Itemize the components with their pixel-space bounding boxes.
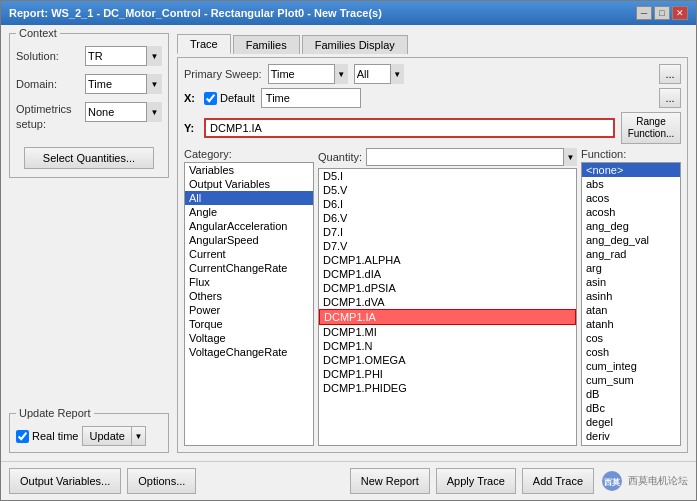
optimetrics-label: Optimetrics setup: xyxy=(16,102,81,133)
list-item[interactable]: arg xyxy=(582,261,680,275)
svg-text:西莫: 西莫 xyxy=(604,478,621,487)
x-default-checkbox-label[interactable]: Default xyxy=(204,92,255,105)
list-item[interactable]: cosh xyxy=(582,345,680,359)
function-column: Function: <none> abs acos acosh ang_deg … xyxy=(581,148,681,446)
list-item[interactable]: acos xyxy=(582,191,680,205)
list-item[interactable]: D7.I xyxy=(319,225,576,239)
list-item[interactable]: cum_sum xyxy=(582,373,680,387)
list-item[interactable]: Flux xyxy=(185,275,313,289)
new-report-button[interactable]: New Report xyxy=(350,468,430,494)
update-button[interactable]: Update xyxy=(82,426,131,446)
realtime-label: Real time xyxy=(32,430,78,442)
output-variables-button[interactable]: Output Variables... xyxy=(9,468,121,494)
list-item[interactable]: acosh xyxy=(582,205,680,219)
list-item[interactable]: ang_deg xyxy=(582,219,680,233)
category-column: Category: Variables Output Variables All… xyxy=(184,148,314,446)
quantity-filter-input[interactable] xyxy=(366,148,577,166)
list-item[interactable]: cum_integ xyxy=(582,359,680,373)
tab-families[interactable]: Families xyxy=(233,35,300,54)
category-listbox[interactable]: Variables Output Variables All Angle Ang… xyxy=(184,162,314,446)
list-item[interactable]: DCMP1.PHIDEG xyxy=(319,381,576,395)
logo-text: 西莫电机论坛 xyxy=(628,474,688,488)
list-item[interactable]: DCMP1.OMEGA xyxy=(319,353,576,367)
x-ellipsis-button[interactable]: ... xyxy=(659,88,681,108)
list-item[interactable]: deriv xyxy=(582,429,680,443)
list-item[interactable]: Current xyxy=(185,247,313,261)
list-item[interactable]: Voltage xyxy=(185,331,313,345)
function-listbox[interactable]: <none> abs acos acosh ang_deg ang_deg_va… xyxy=(581,162,681,446)
list-item[interactable]: asin xyxy=(582,275,680,289)
quantity-listbox[interactable]: D5.I D5.V D6.I D6.V D7.I D7.V DCMP1.ALPH… xyxy=(318,168,577,446)
window-body: Context Solution: TR ▼ Domain: Time xyxy=(1,25,696,461)
solution-select[interactable]: TR xyxy=(85,46,162,66)
title-bar-controls: ─ □ ✕ xyxy=(636,6,688,20)
list-item[interactable]: atanh xyxy=(582,317,680,331)
left-spacer xyxy=(9,184,169,407)
tab-families-display[interactable]: Families Display xyxy=(302,35,408,54)
tab-trace[interactable]: Trace xyxy=(177,34,231,54)
list-item[interactable]: DCMP1.N xyxy=(319,339,576,353)
list-item[interactable]: Others xyxy=(185,289,313,303)
primary-sweep-ellipsis-button[interactable]: ... xyxy=(659,64,681,84)
list-item[interactable]: AngularAcceleration xyxy=(185,219,313,233)
domain-select-wrapper: Time ▼ xyxy=(85,74,162,94)
list-item[interactable]: ang_rad xyxy=(582,247,680,261)
x-value-input[interactable] xyxy=(261,88,361,108)
list-item[interactable]: asinh xyxy=(582,289,680,303)
list-item[interactable]: D6.I xyxy=(319,197,576,211)
quantity-input-wrapper: ▼ xyxy=(366,148,577,166)
list-item[interactable]: <none> xyxy=(582,163,680,177)
list-item[interactable]: Angle xyxy=(185,205,313,219)
quantity-header-row: Quantity: ▼ xyxy=(318,148,577,166)
primary-sweep-row: Primary Sweep: Time ▼ All ▼ ... xyxy=(184,64,681,84)
maximize-button[interactable]: □ xyxy=(654,6,670,20)
list-item[interactable]: Output Variables xyxy=(185,177,313,191)
primary-sweep-option-wrapper: All ▼ xyxy=(354,64,404,84)
list-item[interactable]: D5.V xyxy=(319,183,576,197)
y-value-input[interactable] xyxy=(204,118,615,138)
list-item[interactable]: AngularSpeed xyxy=(185,233,313,247)
list-item[interactable]: dB xyxy=(582,387,680,401)
list-item[interactable]: atan xyxy=(582,303,680,317)
quantity-selected-item[interactable]: DCMP1.IA xyxy=(319,309,576,325)
x-label: X: xyxy=(184,92,198,104)
apply-trace-button[interactable]: Apply Trace xyxy=(436,468,516,494)
select-quantities-button[interactable]: Select Quantities... xyxy=(24,147,154,169)
primary-sweep-select[interactable]: Time xyxy=(268,64,348,84)
list-item[interactable]: DCMP1.PHI xyxy=(319,367,576,381)
update-dropdown-icon[interactable]: ▼ xyxy=(132,426,146,446)
list-item[interactable]: DCMP1.ALPHA xyxy=(319,253,576,267)
list-item[interactable]: VoltageChangeRate xyxy=(185,345,313,359)
list-item[interactable]: Power xyxy=(185,303,313,317)
realtime-checkbox[interactable] xyxy=(16,430,29,443)
list-item[interactable]: D5.I xyxy=(319,169,576,183)
list-item[interactable]: CurrentChangeRate xyxy=(185,261,313,275)
list-item[interactable]: D7.V xyxy=(319,239,576,253)
options-button[interactable]: Options... xyxy=(127,468,196,494)
list-item[interactable]: ang_deg_val xyxy=(582,233,680,247)
range-function-button[interactable]: Range Function... xyxy=(621,112,681,144)
logo-icon: 西莫 xyxy=(600,469,624,493)
minimize-button[interactable]: ─ xyxy=(636,6,652,20)
list-item[interactable]: DCMP1.dPSIA xyxy=(319,281,576,295)
list-item[interactable]: dBc xyxy=(582,401,680,415)
tab-content: Primary Sweep: Time ▼ All ▼ ... xyxy=(177,57,688,453)
list-item[interactable]: Variables xyxy=(185,163,313,177)
list-item[interactable]: degel xyxy=(582,415,680,429)
add-trace-button[interactable]: Add Trace xyxy=(522,468,594,494)
close-button[interactable]: ✕ xyxy=(672,6,688,20)
x-default-checkbox[interactable] xyxy=(204,92,217,105)
optimetrics-select[interactable]: None xyxy=(85,102,162,122)
list-item[interactable]: cos xyxy=(582,331,680,345)
list-item[interactable]: All xyxy=(185,191,313,205)
list-item[interactable]: DCMP1.dIA xyxy=(319,267,576,281)
list-item[interactable]: D6.V xyxy=(319,211,576,225)
list-item[interactable]: DCMP1.dVA xyxy=(319,295,576,309)
list-item[interactable]: abs xyxy=(582,177,680,191)
domain-select[interactable]: Time xyxy=(85,74,162,94)
list-item[interactable]: Torque xyxy=(185,317,313,331)
primary-sweep-option-select[interactable]: All xyxy=(354,64,404,84)
lists-area: Category: Variables Output Variables All… xyxy=(184,148,681,446)
list-item[interactable]: DCMP1.MI xyxy=(319,325,576,339)
realtime-checkbox-label[interactable]: Real time xyxy=(16,430,78,443)
